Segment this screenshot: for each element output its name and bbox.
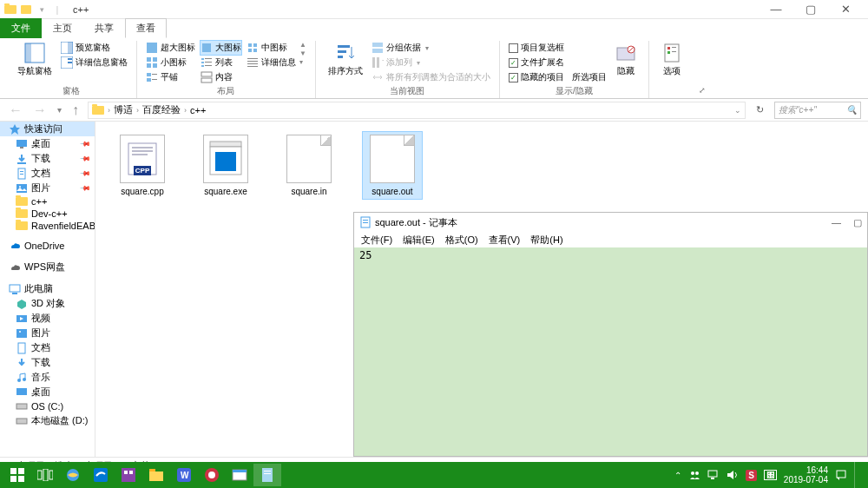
layout-scroll-more[interactable]: ▾ — [299, 58, 306, 66]
sidebar-onedrive[interactable]: OneDrive — [0, 239, 95, 253]
nav-back-button[interactable]: ← — [7, 102, 24, 118]
nav-pane-button[interactable]: 导航窗格 — [14, 41, 56, 79]
tray-volume-icon[interactable] — [727, 470, 739, 480]
sidebar-pc-diskd[interactable]: 本地磁盘 (D:) — [0, 413, 95, 428]
sidebar-thispc[interactable]: 此电脑 — [0, 281, 95, 296]
close-button[interactable]: ✕ — [833, 2, 858, 17]
nav-forward-button[interactable]: → — [31, 102, 49, 118]
start-button[interactable] — [3, 464, 31, 486]
svg-rect-35 — [338, 50, 346, 53]
layout-tiles[interactable]: 平铺 — [146, 70, 195, 84]
notification-button[interactable] — [835, 469, 847, 481]
hide-button[interactable]: 隐藏 — [612, 41, 640, 79]
notepad-menu-help[interactable]: 帮助(H) — [530, 234, 562, 247]
show-desktop-button[interactable] — [854, 462, 859, 488]
notepad-menu-edit[interactable]: 编辑(E) — [403, 234, 435, 247]
taskbar-app2[interactable]: W — [170, 464, 198, 486]
nav-recent-button[interactable]: ▾ — [56, 105, 63, 115]
taskbar-time[interactable]: 16:44 — [806, 465, 828, 475]
taskbar-app1[interactable] — [115, 464, 142, 486]
notepad-titlebar[interactable]: square.out - 记事本 — ▢ — [354, 213, 867, 232]
tab-share[interactable]: 共享 — [83, 18, 125, 38]
taskbar-edge[interactable] — [87, 464, 115, 486]
refresh-button[interactable]: ↻ — [753, 104, 767, 115]
notepad-minimize-button[interactable]: — — [832, 217, 841, 228]
sidebar-pc-video[interactable]: 视频 — [0, 311, 95, 326]
breadcrumb[interactable]: › 博适 › 百度经验 › c++ ⌄ — [88, 102, 746, 119]
notepad-maximize-button[interactable]: ▢ — [853, 217, 862, 228]
itemcheckboxes-toggle[interactable]: 项目复选框 — [509, 41, 607, 55]
sidebar-item-pictures[interactable]: 图片📌 — [0, 181, 95, 195]
sidebar-item-ravenfield[interactable]: RavenfieldEABu — [0, 220, 95, 232]
options-button[interactable]: 选项 — [658, 41, 686, 79]
taskview-button[interactable] — [31, 464, 59, 486]
layout-list[interactable]: 列表 — [201, 56, 241, 69]
tray-ime-icon[interactable]: S — [746, 470, 757, 481]
tab-view[interactable]: 查看 — [125, 18, 167, 38]
details-pane-button[interactable]: 详细信息窗格 — [61, 56, 128, 69]
sidebar-item-documents[interactable]: 文档📌 — [0, 166, 95, 181]
breadcrumb-segment[interactable]: c++ — [190, 105, 206, 115]
layout-scroll-up[interactable]: ▲ — [299, 41, 306, 49]
taskbar-explorer[interactable] — [142, 464, 170, 486]
svg-rect-32 — [247, 63, 258, 64]
tray-up-icon[interactable]: ⌃ — [674, 471, 681, 480]
svg-point-67 — [23, 378, 26, 381]
svg-rect-34 — [338, 45, 350, 48]
tab-file[interactable]: 文件 — [0, 18, 42, 38]
maximize-button[interactable]: ▢ — [799, 2, 823, 17]
search-input[interactable]: 搜索"c++" 🔍 — [774, 102, 861, 119]
layout-details[interactable]: 详细信息 — [247, 56, 296, 69]
hiddenitems-toggle[interactable]: 隐藏的项目 所选项目 — [509, 70, 607, 84]
file-item[interactable]: square.in — [279, 132, 339, 199]
ribbon-collapse-button[interactable]: ⤢ — [694, 41, 710, 98]
breadcrumb-segment[interactable]: 百度经验 — [142, 103, 181, 116]
file-view[interactable]: CPP square.cpp square.exe square.in squa… — [95, 122, 868, 457]
sidebar-pc-3d[interactable]: 3D 对象 — [0, 296, 95, 311]
layout-extralarge[interactable]: 超大图标 — [146, 41, 195, 55]
taskbar-app4[interactable] — [226, 464, 253, 486]
sidebar-item-devcpp[interactable]: Dev-c++ — [0, 208, 95, 220]
groupby-button[interactable]: 分组依据▾ — [372, 41, 490, 55]
tray-lang-icon[interactable]: ㄰ — [764, 470, 777, 480]
sidebar-pc-diskc[interactable]: OS (C:) — [0, 399, 95, 413]
file-item[interactable]: square.exe — [196, 132, 255, 199]
minimize-button[interactable]: — — [764, 2, 788, 17]
svg-rect-22 — [201, 65, 204, 67]
sidebar-item-cpp[interactable]: c++ — [0, 195, 95, 208]
breadcrumb-dropdown[interactable]: ⌄ — [734, 106, 741, 115]
layout-content[interactable]: 内容 — [201, 70, 241, 84]
nav-up-button[interactable]: ↑ — [70, 102, 81, 118]
sidebar-pc-downloads[interactable]: 下载 — [0, 355, 95, 370]
layout-small[interactable]: 小图标 — [146, 56, 195, 69]
tray-people-icon[interactable] — [688, 469, 700, 481]
preview-pane-button[interactable]: 预览窗格 — [61, 41, 128, 55]
svg-rect-92 — [129, 471, 133, 474]
taskbar-app3[interactable] — [198, 464, 226, 486]
sidebar-pc-documents[interactable]: 文档 — [0, 340, 95, 355]
taskbar-notepad-active[interactable] — [253, 464, 281, 486]
file-item[interactable]: square.out — [363, 132, 422, 199]
notepad-menu-format[interactable]: 格式(O) — [445, 234, 478, 247]
file-item[interactable]: CPP square.cpp — [113, 132, 172, 199]
filenameext-toggle[interactable]: 文件扩展名 — [509, 56, 607, 69]
sortby-button[interactable]: 排序方式 — [325, 41, 366, 79]
sidebar-pc-desktop[interactable]: 桌面 — [0, 385, 95, 399]
layout-large[interactable]: 大图标 — [201, 41, 241, 55]
sidebar-item-downloads[interactable]: 下载📌 — [0, 151, 95, 166]
tray-network-icon[interactable] — [707, 470, 720, 480]
notepad-menu-view[interactable]: 查看(V) — [489, 234, 521, 247]
notepad-menu-file[interactable]: 文件(F) — [361, 234, 392, 247]
taskbar-date[interactable]: 2019-07-04 — [784, 475, 828, 485]
sidebar-item-desktop[interactable]: 桌面📌 — [0, 136, 95, 151]
layout-medium[interactable]: 中图标 — [247, 41, 296, 55]
breadcrumb-segment[interactable]: 博适 — [114, 103, 133, 116]
tab-home[interactable]: 主页 — [42, 18, 83, 38]
layout-scroll-down[interactable]: ▼ — [299, 49, 306, 57]
notepad-text-area[interactable]: 25 — [354, 247, 867, 456]
sidebar-quickaccess[interactable]: 快速访问 — [0, 122, 95, 136]
sidebar-pc-music[interactable]: 音乐 — [0, 370, 95, 385]
sidebar-pc-pictures[interactable]: 图片 — [0, 326, 95, 340]
taskbar-ie[interactable] — [59, 464, 87, 486]
sidebar-wpsdisk[interactable]: WPS网盘 — [0, 260, 95, 274]
